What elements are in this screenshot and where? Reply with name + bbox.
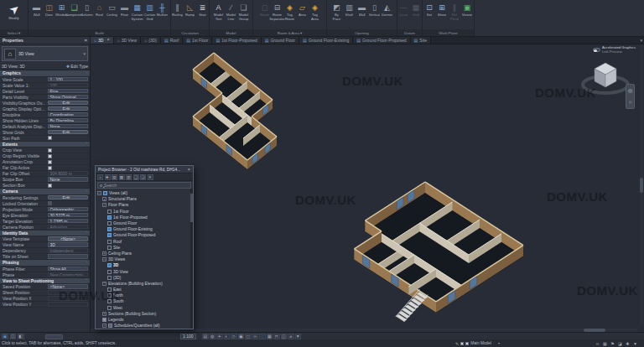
detail-level-value[interactable]: Fine [48,89,88,94]
tree-item-north[interactable]: North [96,293,193,298]
room-separator-button[interactable]: ⊟Room Separator [271,2,283,21]
ceiling-button[interactable]: ▭Ceiling [106,2,118,18]
tree-item-site[interactable]: Site [96,245,193,251]
collapse-icon[interactable]: − [102,324,106,328]
show-grids-value[interactable]: Edit... [48,130,88,135]
tab-ground-floor[interactable]: ▤Ground Floor [262,37,299,44]
filter-icon[interactable]: ▼ [633,341,637,346]
tree-item-roof[interactable]: Roof [96,239,193,245]
tree-item-3d[interactable]: {3D} [96,275,193,281]
workset-checkbox-2[interactable] [465,342,469,345]
ribbon-group-label-select[interactable]: Select ▾ [0,29,28,36]
tab-ground-floor-existing[interactable]: ▤Ground Floor-Existing [299,37,353,44]
temporary-view-properties-icon[interactable]: ▦ [267,334,273,340]
tree-item-1st-floor-proposed[interactable]: 1st Floor-Proposed [96,215,193,220]
mullion-button[interactable]: ╫Mullion [156,2,169,18]
vertical-scrollbar-thumb[interactable] [640,178,643,193]
sheets-icon[interactable]: ▦ [119,174,125,180]
saved-position-value[interactable]: <None> [48,284,88,289]
section-camera[interactable]: Cameraˆ [0,189,90,195]
select-underlay-icon[interactable]: ▦ [603,341,607,346]
select-by-face-icon[interactable]: ◪ [618,341,622,346]
crop-view-checkbox[interactable] [48,148,52,153]
by-face-button[interactable]: ◩By Face [330,2,343,21]
families-icon[interactable]: ❑ [133,174,139,180]
tag-area-button[interactable]: ◈Tag Area [309,2,321,21]
default-analysis-disp-value[interactable]: None [48,124,88,129]
expand-icon[interactable]: + [102,197,106,201]
tree-item-east[interactable]: East [96,287,193,293]
tree-item-legends[interactable]: Legends [96,317,193,323]
home-icon[interactable]: ⌂ [97,174,103,180]
groups-icon[interactable]: ❏ [140,174,146,180]
door-button[interactable]: ◫Door [43,2,55,18]
ribbon-group-label-build[interactable]: Build [29,29,170,36]
expand-icon[interactable]: + [102,251,106,256]
tab-overflow-icon[interactable]: ▾ [640,38,642,43]
ribbon-group-label-circulation[interactable]: Circulation [171,29,209,36]
eye-elevation-value[interactable]: 30,5225 m [48,213,88,218]
component-button[interactable]: ❑Component [68,2,80,18]
viewcube[interactable] [579,51,632,100]
select-links-icon[interactable]: ∞ [596,341,600,346]
tree-item-3d[interactable]: 3D [96,262,193,268]
shaft-button[interactable]: ▥Shaft [343,2,356,18]
area-button[interactable]: ▱Area [296,2,309,18]
reveal-hidden-icon[interactable]: ◌ [259,334,266,340]
tree-item-floor-plans[interactable]: −Floor Plans [96,202,193,208]
tab-site[interactable]: ▤Site [411,37,431,44]
curtain-grid-button[interactable]: ▥Curtain Grid [143,2,156,21]
drag-on-selection-icon[interactable]: ✚ [626,341,629,346]
select-pinned-icon[interactable]: ⚑ [610,341,614,346]
projection-mode-value[interactable]: Orthographic [48,207,88,212]
collapse-icon[interactable]: − [102,203,106,207]
annotation-crop-checkbox[interactable] [48,160,52,164]
sun-path-checkbox[interactable] [48,136,52,140]
scope-box-value[interactable]: None [48,177,88,182]
tab-3d-view[interactable]: ⌂3D View [114,37,142,44]
tab-1st-floor-proposed[interactable]: ▤1st Floor-Proposed [212,37,261,44]
show-rendering-icon[interactable]: ◇ [231,334,237,340]
tree-item-ground-floor[interactable]: Ground Floor [96,220,193,226]
tab-3d[interactable]: ⌂3D× [91,37,114,44]
ribbon-group-label-model[interactable]: Model [210,29,252,36]
column-button[interactable]: ▯Column [80,2,93,18]
steering-wheel-icon[interactable]: ◎ [628,88,632,93]
temporary-hide-isolate-icon[interactable]: ∞ [252,334,259,340]
type-selector[interactable]: ⌂ 3D View ▾ [2,46,88,61]
edit-type-button[interactable]: ❖ Edit Type [66,64,88,69]
scale-button[interactable]: 1:100 [180,334,196,340]
ribbon-group-label-room-area[interactable]: Room & Area ▾ [253,29,326,36]
tab-3d[interactable]: ⌂{3D} [141,37,161,44]
section-phasing[interactable]: Phasingˆ [0,260,90,267]
tree-item-schedules-quantities-all[interactable]: −Schedules/Quantities (all) [96,323,193,329]
section-extents[interactable]: Extentsˆ [0,142,90,148]
vertical-button[interactable]: ▯Vertical [368,2,381,18]
viewer-button[interactable]: ▣Viewer [461,2,474,18]
view-selector[interactable]: 3D View: 3D [2,64,65,69]
tree-item-ground-floor-existing[interactable]: Ground Floor-Existing [96,226,193,232]
vertical-scrollbar[interactable] [640,44,643,325]
tree-item-ground-floor-proposed[interactable]: Ground Floor-Proposed [96,232,193,238]
collapse-icon[interactable]: − [97,191,101,195]
stair-button[interactable]: ≣Stair [196,2,209,18]
view-scale-value[interactable]: 1 : 100 [48,77,88,82]
tree-item-3d-views[interactable]: −3D Views [96,256,193,262]
tree-item-3d-view[interactable]: 3D View [96,268,193,274]
discipline-value[interactable]: Coordination [48,112,88,117]
highlight-sets-icon[interactable]: ▼ [295,334,302,340]
tree-item-west[interactable]: West [96,305,193,311]
section-view-to-sheet-positioning[interactable]: View to Sheet Positioningˆ [0,278,90,285]
workset-control[interactable]: ✎ Main Model ▾ [455,341,500,346]
section-graphics[interactable]: Graphicsˆ [0,70,90,77]
model-text-button[interactable]: AModel Text [212,2,225,21]
ribbon-group-label-opening[interactable]: Opening [327,29,397,36]
rendering-settings-value[interactable]: Edit... [48,195,88,200]
schedules-icon[interactable]: ▥ [126,174,132,180]
collapse-icon[interactable]: − [102,257,106,262]
far-clip-active-checkbox[interactable] [48,166,52,170]
tree-item-elevations-building-elevation[interactable]: −Elevations (Building Elevation) [96,281,193,287]
title-on-sheet-value[interactable] [48,254,88,259]
tree-item-1st-floor[interactable]: 1st Floor [96,209,193,215]
crop-region-visible-checkbox[interactable] [48,154,52,158]
